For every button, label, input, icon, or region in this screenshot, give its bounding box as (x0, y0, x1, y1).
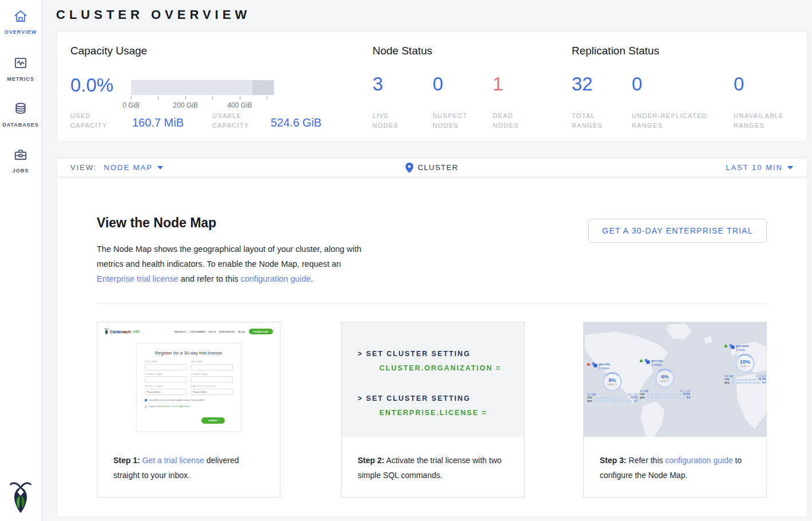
capacity-label: CAPACITY (660, 380, 670, 382)
under-replicated-ranges-value: 0 (632, 73, 642, 95)
sidebar-item-label: METRICS (7, 76, 34, 82)
breadcrumb: CLUSTER (405, 163, 458, 173)
region-node-count: 2 Nodes (599, 366, 610, 370)
configuration-guide-link[interactable]: configuration guide (665, 456, 732, 465)
step-1-caption: Step 1: Get a trial license delivered st… (97, 437, 280, 497)
capacity-label: CAPACITY (607, 384, 617, 386)
axis-tick-label: 200 GiB (168, 101, 203, 109)
time-range-value: LAST 10 MIN (726, 163, 783, 172)
qps-bar (732, 382, 761, 384)
suspect-nodes-value: 0 (433, 73, 443, 95)
chevron-down-icon (157, 166, 163, 169)
time-range-dropdown[interactable]: LAST 10 MIN (726, 163, 793, 172)
submit-button: SUBMIT (201, 417, 224, 424)
description-text: and refer to this (179, 274, 241, 283)
region-node-count: 1 Node (736, 348, 749, 352)
unavailable-ranges-value: 0 (734, 73, 744, 95)
capacity-gauge: 9% CAPACITY (603, 372, 622, 392)
caption-text: Refer this (627, 456, 666, 465)
sidebar-item-label: DATABASES (2, 122, 39, 128)
trial-registration-form: Register for a 30-day trial license FIRS… (136, 343, 241, 432)
node-status-title: Node Status (373, 45, 433, 57)
live-nodes-value: 3 (373, 73, 383, 95)
sql-setting: CLUSTER.ORGANIZATION = (358, 361, 501, 376)
checkbox-label: I would like to receive email updates ab… (149, 399, 204, 401)
node-map-thumbnail: geo-sfo2 Nodes 9% CAPACITY 3.2 GiB35.1 G… (584, 322, 766, 437)
axis-tick (240, 96, 240, 100)
mini-site-nav: PRODUCT CUSTOMERS DOCS RESOURCES BLOG DO… (174, 329, 273, 334)
page-title: CLUSTER OVERVIEW (56, 7, 251, 22)
region-name: geo-ams (736, 344, 749, 348)
used-capacity-label: USED CAPACITY (70, 111, 123, 131)
axis-tick (131, 96, 132, 100)
home-icon (13, 9, 29, 26)
axis-tick (267, 96, 267, 100)
sidebar-item-overview[interactable]: OVERVIEW (0, 9, 41, 35)
step-number: Step 1: (113, 456, 140, 465)
status-dot-green (640, 360, 643, 362)
get-trial-license-link[interactable]: Get a trial license (142, 456, 204, 465)
dead-nodes-value: 1 (493, 73, 503, 95)
description-text: The Node Map shows the geographical layo… (97, 244, 362, 269)
step-number: Step 2: (358, 456, 385, 465)
step-3-caption: Step 3: Refer this configuration guide t… (584, 437, 766, 497)
step-1-card: Cockroach LABS PRODUCT CUSTOMERS DOCS RE… (97, 322, 280, 498)
description-text: . (311, 274, 313, 283)
bug-icon (104, 328, 109, 335)
view-toolbar: VIEW: NODE MAP CLUSTER LAST 10 MIN (56, 158, 807, 177)
field-label: FIRST NAME (145, 361, 187, 363)
map-region-geo-sfo: geo-sfo2 Nodes 9% CAPACITY 3.2 GiB35.1 G… (587, 362, 637, 403)
nodes-icon (592, 362, 597, 368)
sidebar-item-databases[interactable]: DATABASES (0, 101, 41, 128)
dead-nodes-label: DEAD NODES (493, 111, 534, 131)
sql-setting: ENTERPRISE.LICENSE = (358, 406, 487, 420)
live-nodes-label: LIVE NODES (373, 111, 414, 131)
enterprise-trial-button[interactable]: GET A 30-DAY ENTERPRISE TRIAL (588, 219, 767, 243)
view-mode-dropdown[interactable]: NODE MAP (104, 163, 163, 172)
cpu-bar (648, 394, 682, 396)
sidebar-item-jobs[interactable]: JOBS (0, 147, 41, 173)
main-content: CLUSTER OVERVIEW Capacity Usage 0.0% 0 G… (42, 0, 812, 521)
cockroach-labs-bug-logo (9, 481, 32, 514)
view-label: VIEW: (70, 163, 97, 172)
capacity-gauge: 6% CAPACITY (655, 369, 675, 388)
node-map-panel: View the Node Map The Node Map shows the… (56, 178, 807, 517)
nodes-icon (729, 344, 735, 349)
capacity-usage-bar (131, 80, 274, 95)
field-label: PROJECT PHASE (145, 385, 187, 388)
cpu-bar (595, 397, 629, 399)
sidebar-item-metrics[interactable]: METRICS (0, 56, 41, 82)
configuration-guide-link[interactable]: configuration guide (240, 274, 311, 283)
step-number: Step 3: (600, 456, 627, 465)
cluster-summary-card: Capacity Usage 0.0% 0 GiB 200 GiB 400 Gi… (56, 31, 807, 141)
field-label: COMPANY NAME (145, 373, 187, 376)
qps-value: 4.7 (634, 400, 637, 403)
checkbox-unchecked (145, 405, 148, 408)
field-label: COMPANY EMAIL (191, 373, 233, 376)
sidebar-item-label: JOBS (13, 168, 29, 173)
qps-bar (595, 400, 633, 402)
capacity-percent: 9% (608, 378, 616, 383)
sql-command-1: > SET CLUSTER SETTING CLUSTER.ORGANIZATI… (358, 347, 501, 376)
mini-cockroach-logo: Cockroach LABS (104, 328, 139, 335)
usable-capacity-label: USABLE CAPACITY (212, 111, 265, 131)
text-input (145, 376, 187, 382)
text-input (145, 364, 187, 370)
trial-registration-thumbnail: Cockroach LABS PRODUCT CUSTOMERS DOCS RE… (97, 322, 280, 437)
total-ranges-value: 32 (572, 73, 593, 95)
field-label: REASON FOR INTEREST (191, 385, 233, 388)
database-icon (13, 101, 29, 119)
capacity-usage-title: Capacity Usage (70, 45, 147, 57)
capacity-percent: 0.0% (70, 74, 113, 96)
nodes-icon (644, 359, 650, 364)
qps-bar (648, 397, 686, 398)
nav-link: CUSTOMERS (189, 330, 205, 333)
status-dot-green (724, 345, 727, 348)
nav-link: RESOURCES (219, 330, 235, 333)
enterprise-trial-license-link[interactable]: Enterprise trial license (97, 274, 179, 283)
map-region-geo-nyc: geo-nyc2 Nodes 6% CAPACITY 3.7 GiB43.7 G… (640, 359, 690, 400)
region-node-count: 2 Nodes (651, 363, 663, 367)
sidebar-item-label: OVERVIEW (5, 29, 37, 35)
node-map-description: The Node Map shows the geographical layo… (97, 242, 368, 286)
text-input (191, 376, 233, 382)
